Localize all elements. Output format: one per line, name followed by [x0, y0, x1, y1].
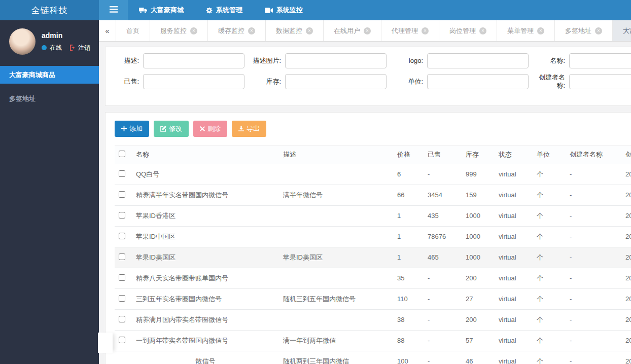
cell-stock: 999	[462, 164, 495, 185]
search-field-label: 创建者名称:	[535, 74, 569, 90]
row-checkbox[interactable]	[119, 337, 125, 343]
tab-4[interactable]: 在线用户×	[324, 20, 381, 41]
column-header[interactable]: 价格	[393, 145, 424, 164]
tab-8[interactable]: 多签地址×	[555, 20, 613, 41]
row-checkbox[interactable]	[119, 274, 125, 281]
row-checkbox-cell	[115, 309, 132, 330]
search-field-input[interactable]	[427, 53, 529, 68]
topnav-item-1[interactable]: 系统管理	[195, 0, 254, 20]
cell-status: virtual	[495, 268, 533, 288]
tabs-collapse-button[interactable]: «	[99, 20, 116, 41]
cell-sold: 465	[424, 247, 462, 268]
column-header[interactable]: 描述	[279, 145, 393, 164]
cell-desc	[279, 268, 393, 288]
column-header[interactable]: 创建者名称	[566, 145, 621, 164]
close-icon[interactable]: ×	[479, 27, 486, 34]
table-row[interactable]: 精养满月国内带实名带圈微信号38-200virtual个-20	[115, 309, 631, 330]
sidebar: admin 在线 注销 大富豪商城商品 多签地址	[0, 20, 99, 364]
search-field-7: 创建者名称:	[535, 74, 631, 90]
tab-bar: « 首页服务监控×缓存监控×数据监控×在线用户×代理管理×岗位管理×菜单管理×多…	[99, 20, 631, 42]
close-icon[interactable]: ×	[190, 27, 197, 34]
table-row[interactable]: 苹果ID香港区14351000virtual个-20	[115, 205, 631, 226]
cell-stock: 1000	[462, 247, 495, 268]
tab-3[interactable]: 数据监控×	[266, 20, 324, 41]
cell-status: virtual	[495, 205, 533, 226]
topnav-item-2[interactable]: 系统监控	[254, 0, 314, 20]
topnav-item-0[interactable]: 大富豪商城	[128, 0, 195, 20]
export-button[interactable]: 导出	[232, 121, 266, 137]
table-row[interactable]: 三到五年实名带圈国内微信号随机三到五年国内微信号110-27virtual个-2…	[115, 288, 631, 309]
close-icon[interactable]: ×	[248, 27, 255, 34]
top-navbar: 全链科技 大富豪商城系统管理系统监控	[0, 0, 631, 20]
column-header[interactable]: 库存	[462, 145, 495, 164]
table-row[interactable]: 一到两年带实名带圈国内微信号满一年到两年微信88-57virtual个-20	[115, 330, 631, 351]
close-icon[interactable]: ×	[422, 27, 429, 34]
column-header[interactable]: 已售	[424, 145, 462, 164]
avatar[interactable]	[9, 28, 36, 55]
cell-stock: 46	[462, 351, 495, 364]
search-field-2: logo:	[393, 53, 535, 68]
table-row[interactable]: QQ白号6-999virtual个-20	[115, 164, 631, 185]
close-icon[interactable]: ×	[364, 27, 371, 34]
tab-0[interactable]: 首页	[116, 20, 150, 41]
table-row[interactable]: 苹果ID美国区苹果ID美国区14651000virtual个-20	[115, 247, 631, 268]
sidebar-item-multisig-address[interactable]: 多签地址	[0, 90, 99, 107]
delete-button[interactable]: 删除	[193, 121, 227, 137]
table-row[interactable]: 散信号随机两到三年国内微信100-46virtual个-20	[115, 351, 631, 364]
cell-desc: 满半年微信号	[279, 185, 393, 205]
row-checkbox[interactable]	[119, 295, 125, 302]
column-header[interactable]: 创建时间	[621, 145, 631, 164]
search-field-input[interactable]	[427, 74, 529, 89]
cell-status: virtual	[495, 226, 533, 247]
row-checkbox-cell	[115, 247, 132, 268]
cell-status: virtual	[495, 164, 533, 185]
row-checkbox[interactable]	[119, 233, 125, 239]
add-button[interactable]: 添加	[115, 121, 149, 137]
search-field-6: 单位:	[393, 74, 535, 90]
close-icon[interactable]: ×	[595, 27, 602, 34]
column-header[interactable]: 单位	[533, 145, 566, 164]
search-field-input[interactable]	[569, 74, 631, 89]
toolbar: 添加 修改 删除 导出	[115, 121, 631, 137]
cell-name: 苹果ID中国区	[132, 226, 279, 247]
row-checkbox-cell	[115, 185, 132, 205]
cell-price: 100	[393, 351, 424, 364]
sidebar-item-mall-goods[interactable]: 大富豪商城商品	[0, 66, 99, 84]
search-field-input[interactable]	[285, 74, 387, 89]
row-checkbox[interactable]	[119, 170, 125, 177]
cell-creator: -	[566, 309, 621, 330]
row-checkbox[interactable]	[119, 316, 125, 322]
search-field-input[interactable]	[143, 53, 244, 68]
row-checkbox[interactable]	[119, 212, 125, 219]
cell-name: 苹果ID香港区	[132, 205, 279, 226]
cell-unit: 个	[533, 185, 566, 205]
column-header[interactable]: 状态	[495, 145, 533, 164]
table-row[interactable]: 精养满半年实名带圈国内微信号满半年微信号663454159virtual个-20	[115, 185, 631, 205]
row-checkbox[interactable]	[119, 191, 125, 198]
main-area: « 首页服务监控×缓存监控×数据监控×在线用户×代理管理×岗位管理×菜单管理×多…	[99, 20, 631, 364]
tab-5[interactable]: 代理管理×	[381, 20, 439, 41]
select-all-checkbox[interactable]	[119, 151, 125, 157]
tab-7[interactable]: 菜单管理×	[497, 20, 555, 41]
tab-9[interactable]: 大富豪商城商品×	[613, 20, 631, 41]
search-field-input[interactable]	[569, 53, 631, 68]
topnav-item-label: 系统管理	[216, 6, 242, 15]
close-icon[interactable]: ×	[306, 27, 313, 34]
cell-unit: 个	[533, 268, 566, 288]
user-panel: admin 在线 注销	[0, 20, 99, 62]
search-field-5: 库存:	[251, 74, 393, 90]
tab-1[interactable]: 服务监控×	[150, 20, 208, 41]
logout-button[interactable]: 注销	[70, 44, 90, 52]
search-field-input[interactable]	[285, 53, 387, 68]
tab-6[interactable]: 岗位管理×	[439, 20, 497, 41]
column-header[interactable]: 名称	[132, 145, 279, 164]
close-icon[interactable]: ×	[537, 27, 544, 34]
tab-2[interactable]: 缓存监控×	[208, 20, 266, 41]
row-checkbox[interactable]	[119, 253, 125, 260]
table-row[interactable]: 精养八天实名带圈带账单国内号35-200virtual个-20	[115, 268, 631, 288]
search-field-input[interactable]	[143, 74, 244, 89]
sidebar-toggle-button[interactable]	[99, 0, 128, 20]
table-row[interactable]: 苹果ID中国区1786761000virtual个-20	[115, 226, 631, 247]
tab-label: 菜单管理	[507, 26, 534, 35]
edit-button[interactable]: 修改	[154, 121, 189, 137]
